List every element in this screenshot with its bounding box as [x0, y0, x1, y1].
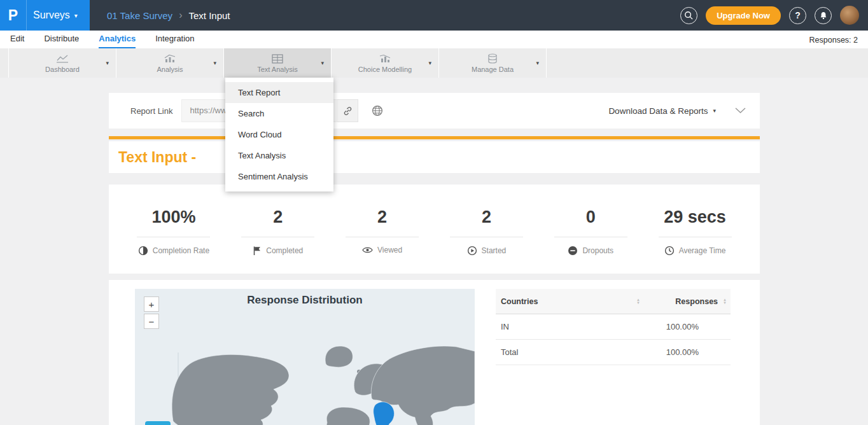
stat-viewed: 2 Viewed: [330, 185, 435, 274]
stat-label: Average Time: [679, 246, 726, 255]
nav-item-distribute[interactable]: Distribute: [44, 31, 79, 48]
user-avatar[interactable]: [840, 6, 859, 25]
tab-manage-data[interactable]: Manage Data ▾: [438, 48, 547, 78]
line-chart-icon: [55, 54, 69, 64]
flag-icon: [253, 246, 262, 256]
zoom-out-button[interactable]: −: [144, 314, 159, 329]
chevron-down-icon: ▾: [321, 60, 324, 66]
breadcrumb-separator-icon: ›: [179, 10, 182, 21]
menu-item-sentiment-analysis[interactable]: Sentiment Analysis: [225, 166, 333, 187]
nav-item-analytics[interactable]: Analytics: [99, 31, 136, 48]
product-switcher[interactable]: P Surveys ▾: [0, 0, 90, 31]
top-bar: P Surveys ▾ 01 Take Survey › Text Input …: [0, 0, 868, 31]
country-cell: Total: [501, 347, 652, 357]
menu-item-search[interactable]: Search: [225, 103, 333, 124]
table-row-total: Total 100.00%: [496, 340, 731, 365]
response-distribution-card: Response Distribution + −: [109, 280, 760, 425]
accent-divider: [109, 136, 760, 139]
sort-icon: ▲▼: [723, 298, 727, 305]
question-title-card: Text Input -: [109, 141, 760, 173]
continent-north-america: [172, 354, 289, 425]
table-row: IN 100.00%: [496, 314, 731, 340]
upgrade-now-button[interactable]: Upgrade Now: [706, 6, 781, 25]
product-name: Surveys: [33, 10, 70, 21]
globe-icon: [372, 105, 383, 116]
stat-dropouts: 0 Dropouts: [538, 185, 643, 274]
response-map[interactable]: Response Distribution + −: [135, 289, 475, 425]
continent-greenland: [325, 346, 353, 367]
stat-value: 2: [434, 207, 538, 227]
world-map: [135, 327, 475, 425]
nav-item-edit[interactable]: Edit: [10, 31, 24, 48]
tab-analysis[interactable]: Analysis ▾: [116, 48, 224, 78]
survey-stats-card: 100% Completion Rate 2 Completed 2 Viewe…: [109, 185, 760, 274]
divider: [137, 237, 210, 237]
stat-average-time: 29 secs Average Time: [643, 185, 747, 274]
chevron-down-icon: ▾: [106, 60, 109, 66]
menu-item-text-analysis[interactable]: Text Analysis: [225, 145, 333, 166]
help-button[interactable]: ?: [789, 7, 806, 24]
search-button[interactable]: [680, 7, 697, 24]
survey-nav: Edit Distribute Analytics Integration Re…: [0, 31, 868, 48]
question-mark-icon: ?: [795, 10, 801, 20]
language-button[interactable]: [372, 105, 383, 116]
link-icon: [343, 106, 353, 116]
tab-label: Choice Modelling: [358, 66, 412, 73]
chevron-down-icon: ▾: [428, 60, 431, 66]
bar-chart-icon: [378, 54, 392, 64]
country-cell: IN: [501, 322, 652, 331]
nav-item-integration[interactable]: Integration: [155, 31, 194, 48]
collapse-panel-button[interactable]: [735, 108, 746, 114]
stat-completed: 2 Completed: [226, 185, 330, 274]
tab-label: Dashboard: [45, 66, 80, 73]
table-header-row: Countries ▲▼ Responses ▲▼: [496, 289, 731, 314]
country-india-highlighted: [374, 402, 395, 425]
map-title: Response Distribution: [135, 289, 475, 307]
stat-started: 2 Started: [434, 185, 538, 274]
header-countries[interactable]: Countries ▲▼: [501, 297, 652, 306]
chevron-down-icon: ▾: [74, 12, 78, 19]
breadcrumb-current-page: Text Input: [188, 10, 230, 21]
chevron-down-icon: [735, 108, 746, 114]
stat-value: 100%: [122, 207, 226, 227]
topbar-actions: Upgrade Now ?: [680, 6, 868, 25]
stat-label: Completion Rate: [153, 246, 209, 255]
report-link-bar: Report Link https://ww Download Data & R…: [109, 93, 760, 129]
tab-label: Text Analysis: [257, 66, 298, 73]
report-bar-right: Download Data & Reports ▾: [608, 106, 760, 116]
responses-cell: 100.00%: [652, 347, 727, 357]
chevron-down-icon: ▾: [536, 60, 539, 66]
completion-rate-icon: [138, 246, 148, 256]
responses-cell: 100.00%: [652, 322, 727, 331]
sort-icon: ▲▼: [636, 298, 640, 305]
menu-item-word-cloud[interactable]: Word Cloud: [225, 124, 333, 145]
notifications-button[interactable]: [815, 7, 832, 24]
tab-choice-modelling[interactable]: Choice Modelling ▾: [331, 48, 439, 78]
map-zoom-controls: + −: [144, 296, 159, 329]
divider: [241, 237, 314, 237]
breadcrumb-survey-link[interactable]: 01 Take Survey: [107, 10, 172, 21]
database-icon: [487, 53, 498, 64]
divider: [450, 237, 523, 237]
play-icon: [467, 246, 477, 256]
chevron-down-icon: ▾: [213, 60, 216, 66]
header-responses[interactable]: Responses ▲▼: [652, 297, 727, 306]
tab-dashboard[interactable]: Dashboard ▾: [8, 48, 116, 78]
divider: [346, 237, 419, 237]
questionpro-logo: P: [0, 0, 27, 31]
stat-label: Started: [482, 246, 507, 255]
stat-completion-rate: 100% Completion Rate: [122, 185, 226, 274]
breadcrumb: 01 Take Survey › Text Input: [107, 10, 230, 21]
map-attribution-badge[interactable]: [145, 421, 171, 425]
divider: [554, 237, 627, 237]
clock-icon: [664, 246, 675, 256]
copy-link-button[interactable]: [337, 99, 358, 122]
stat-label: Dropouts: [582, 246, 613, 255]
zoom-in-button[interactable]: +: [144, 296, 159, 312]
stat-value: 2: [330, 207, 435, 227]
report-link-label: Report Link: [130, 106, 172, 116]
tab-text-analysis[interactable]: Text Analysis ▾: [223, 48, 332, 78]
download-data-reports-button[interactable]: Download Data & Reports: [608, 106, 708, 116]
tab-label: Analysis: [157, 66, 183, 73]
menu-item-text-report[interactable]: Text Report: [225, 82, 333, 103]
